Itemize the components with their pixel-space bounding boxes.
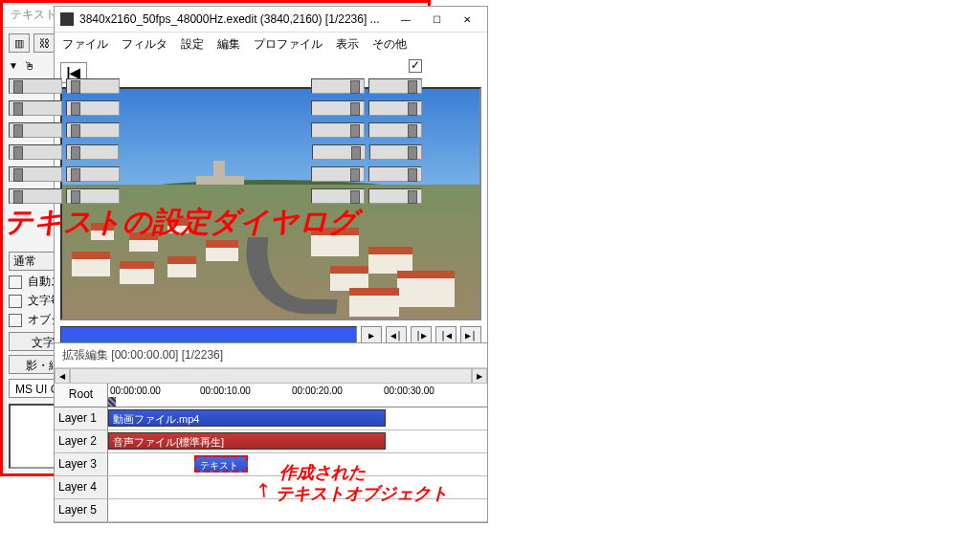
annotation-created-1: 作成された — [279, 461, 366, 484]
timeline-hscroll[interactable] — [70, 368, 472, 384]
param-3-slider-l[interactable] — [66, 144, 120, 160]
collapse-icon[interactable]: ▼ — [9, 60, 18, 71]
audio-clip[interactable]: 音声ファイル[標準再生] — [108, 432, 386, 450]
layer-3-label[interactable]: Layer 3 — [55, 453, 108, 475]
per-char-checkbox[interactable] — [9, 295, 22, 308]
section-enable-checkbox[interactable] — [409, 59, 422, 73]
go-end-button[interactable]: ▶| — [460, 326, 481, 343]
menu-settings[interactable]: 設定 — [181, 36, 204, 53]
param-3-slider-r-outer[interactable] — [369, 144, 423, 160]
app-icon — [60, 12, 74, 26]
param-4-slider-l[interactable] — [66, 166, 120, 182]
layer-4-label[interactable]: Layer 4 — [55, 476, 108, 498]
timeline-title: 拡張編集 [00:00:00.00] [1/2236] — [55, 343, 487, 368]
param-4-slider-r[interactable] — [311, 166, 365, 182]
param-1-slider-r[interactable] — [311, 100, 365, 116]
annotation-dialog: テキストの設定ダイヤログ — [4, 203, 425, 242]
minimize-button[interactable]: — — [391, 11, 420, 28]
menu-view[interactable]: 表示 — [336, 36, 359, 53]
text-clip[interactable]: テキスト[標 — [194, 455, 248, 473]
param-0-slider-r-outer[interactable] — [368, 78, 422, 94]
layer-1-track[interactable]: 動画ファイル.mp4 — [108, 407, 487, 429]
menu-filter[interactable]: フィルタ — [122, 36, 167, 53]
menu-file[interactable]: ファイル — [62, 36, 108, 53]
param-1-slider-r-outer[interactable] — [368, 100, 422, 116]
param-3-slider-r[interactable] — [312, 144, 366, 160]
layer-back-icon[interactable]: ▥ — [9, 33, 30, 53]
layer-5-label[interactable]: Layer 5 — [55, 499, 108, 521]
menu-profile[interactable]: プロファイル — [254, 36, 323, 53]
param-4-slider-r-outer[interactable] — [368, 166, 422, 182]
layer-2-label[interactable]: Layer 2 — [55, 430, 108, 452]
param-0-slider-l[interactable] — [66, 78, 120, 94]
param-2-slider-l-outer[interactable] — [9, 122, 62, 138]
scroll-right-button[interactable]: ▶ — [472, 368, 487, 384]
window-title: 3840x2160_50fps_48000Hz.exedit (3840,216… — [79, 12, 386, 26]
mouse-icon: 🖱 — [24, 59, 35, 73]
layer-1-label[interactable]: Layer 1 — [55, 407, 108, 429]
play-button[interactable]: ▶ — [361, 326, 382, 343]
titlebar: 3840x2160_50fps_48000Hz.exedit (3840,216… — [55, 7, 487, 33]
scroll-left-button[interactable]: ◀ — [55, 368, 70, 384]
param-1-slider-l[interactable] — [66, 100, 120, 116]
param-5-slider-r[interactable] — [311, 188, 365, 204]
maximize-button[interactable]: ☐ — [422, 11, 451, 28]
chain-icon[interactable]: ⛓ — [33, 33, 55, 53]
playhead[interactable] — [108, 397, 116, 407]
auto-scroll-checkbox[interactable] — [9, 275, 22, 289]
param-5-slider-l-outer[interactable] — [9, 188, 62, 204]
video-clip[interactable]: 動画ファイル.mp4 — [108, 409, 386, 427]
timeline-scrubber[interactable] — [60, 326, 357, 343]
close-button[interactable]: ✕ — [453, 11, 481, 28]
time-ruler[interactable]: 00:00:00.00 00:00:10.00 00:00:20.00 00:0… — [108, 384, 487, 407]
param-2-slider-r-outer[interactable] — [368, 122, 422, 138]
menu-other[interactable]: その他 — [372, 36, 407, 53]
param-2-slider-l[interactable] — [66, 122, 120, 138]
param-3-slider-l-outer[interactable] — [9, 144, 62, 160]
param-1-slider-l-outer[interactable] — [9, 100, 62, 116]
param-2-slider-r[interactable] — [311, 122, 365, 138]
param-0-slider-l-outer[interactable] — [9, 78, 62, 94]
frame-back-button[interactable]: ◀| — [386, 326, 407, 343]
param-4-slider-l-outer[interactable] — [9, 166, 62, 182]
go-start-button[interactable]: |◀ — [435, 326, 457, 343]
frame-forward-button[interactable]: |▶ — [411, 326, 432, 343]
annotation-created-2: テキストオブジェクト — [276, 482, 448, 505]
menu-edit[interactable]: 編集 — [217, 36, 240, 53]
param-0-slider-r[interactable] — [311, 78, 365, 94]
menubar: ファイル フィルタ 設定 編集 プロファイル 表示 その他 — [55, 33, 487, 56]
layer-2-track[interactable]: 音声ファイル[標準再生] — [108, 430, 487, 452]
auto-length-checkbox[interactable] — [9, 314, 22, 327]
root-cell[interactable]: Root — [55, 384, 108, 407]
param-5-slider-l[interactable] — [66, 188, 120, 204]
param-5-slider-r-outer[interactable] — [368, 188, 422, 204]
